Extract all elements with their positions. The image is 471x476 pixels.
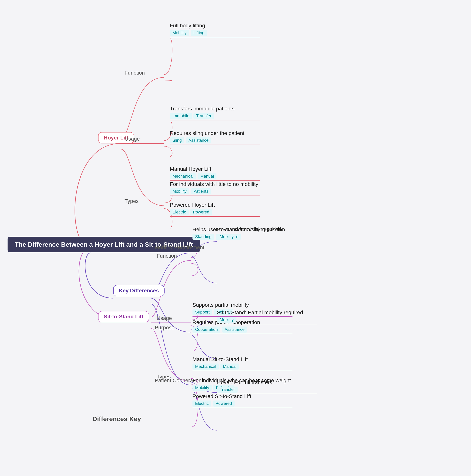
sit-underline: [192, 408, 292, 408]
hoyer-underline: [170, 216, 260, 217]
hoyer-tag: Transfer: [193, 113, 214, 119]
hoyer-tag: Patients: [191, 188, 211, 194]
sit-node-label: Powered Sit-to-Stand Lift: [192, 393, 251, 399]
hoyer-node-0: Full body liftingMobilityLifting: [170, 23, 260, 37]
hoyer-tag: Assistance: [186, 137, 211, 143]
hoyer-tag: Lifting: [191, 30, 207, 36]
sit-to-stand-label: Sit-to-Stand Lift: [104, 314, 143, 320]
diff-mobility-label: Mobility Requirement: [155, 244, 204, 251]
diff-tag: Mobility: [217, 234, 236, 240]
diff-node-0: Hoyer: No mobility requiredMobility: [217, 226, 317, 241]
hoyer-node-4: Manual Hoyer LiftMechanicalManual: [170, 166, 260, 181]
sit-tag: Support: [192, 309, 212, 315]
sit-to-stand-box: Sit-to-Stand Lift: [98, 311, 149, 322]
hoyer-tag: Manual: [198, 173, 217, 179]
diff-underline: [217, 241, 317, 241]
hoyer-tag: Electric: [170, 209, 189, 215]
hoyer-node-label: Powered Hoyer Lift: [170, 202, 215, 208]
hoyer-underline: [170, 145, 260, 145]
sit-tag: Mechanical: [192, 363, 219, 370]
sit-tag: Standing: [192, 234, 214, 240]
hoyer-node-1: Transfers immobile patientsImmobileTrans…: [170, 106, 260, 120]
hoyer-node-label: Full body lifting: [170, 23, 205, 29]
key-differences-box: Key Differences: [113, 285, 165, 296]
diff-node-2: Hoyer: For full transfersTransfer: [217, 379, 317, 394]
sit-function-label: Function: [157, 253, 177, 259]
hoyer-underline: [170, 120, 260, 120]
hoyer-tag: Mobility: [170, 188, 189, 194]
sit-tag: Electric: [192, 401, 211, 407]
hoyer-underline: [170, 37, 260, 37]
hoyer-node-label: For individuals with little to no mobili…: [170, 181, 258, 187]
sit-tag: Assistance: [222, 326, 247, 333]
hoyer-node-2: For individuals with little to no mobili…: [170, 181, 260, 196]
sit-node-label: Supports partial mobility: [192, 302, 249, 308]
sit-tag: Cooperation: [192, 326, 220, 333]
sit-underline: [192, 334, 292, 334]
diff-node-label: Hoyer: For full transfers: [217, 379, 272, 385]
sit-tag: Mobility: [192, 385, 212, 391]
diff-underline: [217, 394, 317, 394]
diff-purpose-label: Purpose: [155, 325, 174, 331]
hoyer-function-label: Function: [125, 70, 145, 76]
hoyer-node-label: Manual Hoyer Lift: [170, 166, 211, 172]
hoyer-node-5: Powered Hoyer LiftElectricPowered: [170, 202, 260, 217]
key-diff-label: Key Differences: [119, 288, 159, 293]
sit-node-5: Powered Sit-to-Stand LiftElectricPowered: [192, 393, 292, 408]
hoyer-usage-label: Usage: [125, 136, 140, 142]
diff-tag: Mobility: [217, 317, 236, 323]
hoyer-tag: Powered: [190, 209, 212, 215]
diff-tag: Transfer: [217, 387, 237, 392]
sit-node-label: Manual Sit-to-Stand Lift: [192, 356, 248, 362]
hoyer-underline: [170, 180, 260, 181]
hoyer-underline: [170, 196, 260, 196]
sit-usage-label: Usage: [157, 315, 172, 321]
diff-node-label: Sit-to-Stand: Partial mobility required: [217, 309, 303, 316]
diff-node-label: Hoyer: No mobility required: [217, 226, 281, 233]
hoyer-tag: Sling: [170, 137, 184, 143]
hoyer-node-label: Transfers immobile patients: [170, 106, 235, 112]
hoyer-tag: Mechanical: [170, 173, 196, 179]
hoyer-node-3: Requires sling under the patientSlingAss…: [170, 130, 260, 145]
hoyer-tag: Mobility: [170, 30, 189, 36]
legend-label: Differences Key: [92, 415, 141, 423]
mindmap-container: The Difference Between a Hoyer Lift and …: [0, 0, 471, 476]
sit-tag: Powered: [213, 401, 235, 407]
diff-underline: [217, 324, 317, 324]
hoyer-types-label: Types: [125, 198, 139, 204]
hoyer-tag: Immobile: [170, 113, 192, 119]
sit-tag: Manual: [220, 363, 239, 370]
sit-underline: [192, 371, 292, 371]
hoyer-node-label: Requires sling under the patient: [170, 130, 244, 136]
diff-node-1: Sit-to-Stand: Partial mobility requiredM…: [217, 309, 317, 324]
sit-node-4: Manual Sit-to-Stand LiftMechanicalManual: [192, 356, 292, 371]
